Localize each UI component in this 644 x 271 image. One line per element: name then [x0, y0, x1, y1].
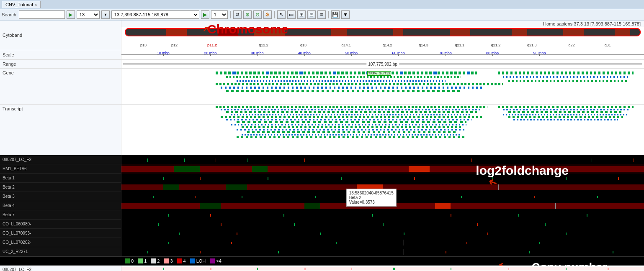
zoom-in-icon[interactable]: ⊕ — [243, 10, 252, 19]
cnv-row-label-5: Beta 4 — [0, 201, 121, 210]
search-label: Search — [2, 12, 16, 17]
cytoband-band-labels: p13 p12 p11.2 q12.2 q13 q14.1 q14.2 q14.… — [125, 43, 641, 50]
chromosome-text-label: Chromosome — [207, 22, 288, 36]
legend-item-1: 1 — [138, 258, 147, 263]
rectangle-icon[interactable]: ▭ — [287, 10, 296, 19]
legend-item-gt4: >4 — [210, 258, 222, 263]
genome-info: Homo sapiens 37.3 13 [7,393,887-115,169,… — [543, 21, 641, 26]
cnv-row-label-9: CO_LL070202- — [0, 238, 121, 247]
legend-color-2 — [151, 258, 156, 263]
cnv-row-label-2: Beta 1 — [0, 174, 121, 183]
cnv-row-label-7: CO_LL060080- — [0, 220, 121, 229]
gene-content: TRPA_GLIT13 — [121, 69, 644, 104]
sep3 — [328, 11, 329, 18]
copy-label-0: 080207_LC_F2 — [0, 266, 121, 271]
legend-color-4 — [177, 258, 182, 263]
tab-close-icon[interactable]: × — [35, 3, 37, 7]
scale-label: Scale — [0, 50, 121, 59]
legend-item-4: 4 — [177, 258, 186, 263]
tooltip-value: Value=0.3573 — [349, 200, 394, 205]
gene-track: Gene TRPA_GLIT13 — [0, 69, 644, 105]
cnv-row-label-0: 080207_LC_F2 — [0, 155, 121, 164]
cytoband-label: Cytoband — [0, 20, 121, 50]
tab-label: CNV_Tutorial — [5, 2, 33, 7]
tooltip-track: Beta 2 — [349, 195, 394, 200]
legend-item-0: 0 — [125, 258, 134, 263]
sep2 — [274, 11, 275, 18]
save-icon[interactable]: 💾 — [331, 10, 340, 19]
cnv-labels-column: 080207_LC_F2 HM1_BETA6 Beta 1 Beta 2 Bet… — [0, 155, 121, 256]
cnv-row-label-10: UC_2_R2271 — [0, 247, 121, 256]
range-label: Range — [0, 60, 121, 68]
cytoband-header: Homo sapiens 37.3 13 [7,393,887-115,169,… — [121, 20, 644, 27]
lines-icon[interactable]: ≡ — [317, 10, 326, 19]
legend-color-0 — [125, 258, 130, 263]
legend-color-3 — [164, 258, 169, 263]
gene-label: Gene — [0, 69, 121, 104]
legend-item-loh: LOH — [190, 258, 206, 263]
sep1 — [230, 11, 231, 18]
chromosome-select[interactable]: 13 — [77, 10, 100, 19]
tooltip-region: 13:58602040-65876415 — [349, 191, 394, 195]
zoom-select[interactable]: 1 — [211, 10, 228, 19]
copy-number-section: 080207_LC_F2 Beta 1 — [0, 266, 644, 271]
minus-grid-icon[interactable]: ⊟ — [307, 10, 316, 19]
cytoband-track: Cytoband Homo sapiens 37.3 13 [7,393,887… — [0, 20, 644, 50]
grid-icon[interactable]: ⊞ — [297, 10, 306, 19]
scale-track: Scale 10 mbp 20 mbp 30 mbp 40 mbp 50 mbp… — [0, 50, 644, 60]
tab-bar: CNV_Tutorial × — [0, 0, 644, 9]
main-content: Cytoband Homo sapiens 37.3 13 [7,393,887… — [0, 20, 644, 271]
transcript-content — [121, 105, 644, 155]
copy-track-0: 080207_LC_F2 — [0, 266, 644, 271]
settings-icon[interactable]: ⚙ — [263, 10, 272, 19]
refresh-icon[interactable]: ↺ — [233, 10, 242, 19]
toolbar: Search ▶ 13 ▼ 13:7,393,887-115,169,878 ▶… — [0, 9, 644, 20]
cnv-section: 080207_LC_F2 HM1_BETA6 Beta 1 Beta 2 Bet… — [0, 155, 644, 256]
cnv-row-label-4: Beta 3 — [0, 192, 121, 201]
legend-color-gt4 — [210, 258, 215, 263]
cnv-row-label-6: Beta 7 — [0, 210, 121, 220]
select-icon[interactable]: ↖ — [277, 10, 286, 19]
region-go-icon[interactable]: ▶ — [201, 10, 209, 19]
region-select[interactable]: 13:7,393,887-115,169,878 — [111, 10, 199, 19]
transcript-track: Transcript — [0, 105, 644, 155]
search-go-icon[interactable]: ▶ — [67, 10, 75, 19]
range-content: 107,775,992 bp — [121, 60, 644, 68]
range-value: 107,775,992 bp — [366, 62, 399, 66]
legend-color-loh — [190, 258, 195, 263]
cnv-row-label-3: Beta 2 — [0, 183, 121, 192]
legend-row: 0 1 2 3 4 LOH — [0, 256, 644, 266]
legend-item-2: 2 — [151, 258, 160, 263]
range-track: Range 107,775,992 bp — [0, 60, 644, 69]
cnv-row-label-8: CO_LL070093- — [0, 229, 121, 238]
cnv-tutorial-tab[interactable]: CNV_Tutorial × — [2, 1, 41, 8]
search-input[interactable] — [19, 10, 65, 19]
cnv-row-label-1: HM1_BETA6 — [0, 164, 121, 174]
transcript-label: Transcript — [0, 105, 121, 155]
copy-content-0 — [121, 266, 644, 271]
cnv-tooltip: 13:58602040-65876415 Beta 2 Value=0.3573 — [346, 189, 397, 207]
legend-color-1 — [138, 258, 143, 263]
menu-icon[interactable]: ▼ — [341, 10, 350, 19]
chromosome-dropdown-icon[interactable]: ▼ — [101, 10, 110, 19]
scale-content: 10 mbp 20 mbp 30 mbp 40 mbp 50 mbp 60 mb… — [121, 50, 644, 59]
cnv-content-area: log2foldchange ➜ 13:58602040-65876415 Be… — [121, 155, 644, 256]
legend-item-3: 3 — [164, 258, 173, 263]
zoom-out-icon[interactable]: ⊖ — [253, 10, 262, 19]
